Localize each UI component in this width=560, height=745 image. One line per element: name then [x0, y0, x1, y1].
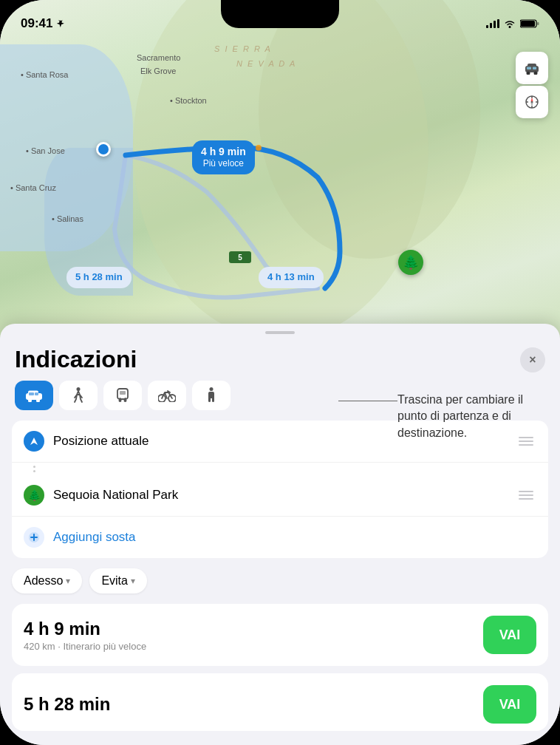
origin-icon	[24, 431, 44, 452]
svg-rect-1	[486, 25, 488, 28]
svg-text:5: 5	[238, 254, 242, 262]
map-label-santacruz: • Santa Cruz	[10, 183, 56, 192]
drive-mode-button[interactable]	[516, 52, 548, 84]
map-label-sanjose: • San Jose	[26, 146, 65, 155]
svg-marker-0	[57, 20, 64, 27]
sheet-header: Indicazioni ×	[0, 334, 560, 381]
route-time-2: 5 h 28 min	[24, 694, 483, 715]
add-stop-icon	[24, 527, 44, 548]
destination-text: Sequoia National Park	[53, 488, 516, 503]
svg-rect-33	[29, 392, 34, 395]
fastest-time: 4 h 9 min	[201, 145, 246, 158]
map-label-nevada: N E V A D A	[236, 59, 296, 68]
map-controls	[516, 52, 548, 118]
route-details-1: 420 km · Itinerario più veloce	[24, 641, 483, 652]
transit-icon	[115, 387, 130, 404]
notch	[221, 0, 339, 28]
svg-point-39	[124, 399, 127, 402]
origin-marker	[96, 142, 111, 157]
svg-rect-19	[527, 67, 531, 70]
go-button-2[interactable]: VAI	[483, 685, 536, 724]
avoid-option-label: Evita	[101, 574, 128, 588]
map-label-elkgrove: Elk Grove	[140, 67, 176, 75]
map-label-santarosa: • Santa Rosa	[21, 70, 68, 79]
svg-point-5	[509, 26, 511, 28]
svg-marker-48	[30, 438, 38, 445]
svg-rect-47	[212, 396, 214, 402]
callout-annotation: Trascina per cambiare il punto di parten…	[397, 392, 545, 441]
route-time-1: 4 h 9 min	[24, 619, 483, 639]
route-card-2: 5 h 28 min VAI	[12, 673, 548, 731]
map-label-salinas: • Salinas	[52, 214, 83, 223]
map-label-stockton: • Stockton	[170, 96, 207, 105]
transport-person[interactable]	[192, 381, 231, 410]
map-background: 5 • Santa Rosa Sacramento Elk Grove • St…	[0, 0, 560, 362]
walk-icon	[72, 387, 85, 404]
route-svg: 5	[0, 0, 560, 362]
waypoint-destination: 🌲 Sequoia National Park	[12, 474, 548, 517]
status-icons	[486, 19, 539, 28]
transport-transit[interactable]	[103, 381, 142, 410]
avoid-option[interactable]: Evita ▾	[89, 568, 147, 593]
svg-rect-46	[208, 396, 211, 402]
time-option[interactable]: Adesso ▾	[12, 568, 82, 593]
bottom-sheet: Indicazioni ×	[0, 324, 560, 745]
person-icon	[205, 387, 217, 404]
connector-dot-1	[33, 466, 35, 468]
route-info-1: 4 h 9 min 420 km · Itinerario più veloce	[24, 619, 483, 652]
route-bubble-fastest[interactable]: 4 h 9 min Più veloce	[192, 140, 255, 174]
transport-car[interactable]	[15, 381, 53, 410]
location-button[interactable]	[516, 86, 548, 118]
svg-rect-16	[527, 64, 536, 67]
connector-dot-2	[33, 470, 35, 472]
svg-point-44	[210, 387, 214, 391]
alt1-time: 5 h 28 min	[75, 271, 123, 282]
destination-marker: 🌲	[398, 250, 423, 275]
time-label: 09:41	[21, 16, 52, 31]
fastest-label: Più veloce	[201, 158, 246, 170]
map-label-sierra: S I E R R A	[214, 44, 272, 53]
car-icon	[524, 61, 540, 75]
bike-icon	[158, 389, 176, 402]
svg-rect-7	[537, 22, 539, 25]
svg-rect-37	[120, 391, 126, 395]
svg-rect-20	[533, 67, 536, 70]
svg-marker-27	[531, 98, 533, 102]
signal-icon	[486, 19, 499, 28]
location-arrow-icon	[29, 436, 39, 446]
close-button[interactable]: ×	[520, 347, 545, 372]
svg-rect-3	[494, 21, 496, 28]
svg-point-14	[256, 145, 262, 151]
add-stop-text[interactable]: Aggiungi sosta	[53, 530, 536, 545]
svg-rect-34	[35, 392, 38, 395]
transport-walk[interactable]	[59, 381, 98, 410]
battery-icon	[520, 19, 539, 28]
svg-rect-2	[490, 23, 492, 28]
map-area[interactable]: 5 • Santa Rosa Sacramento Elk Grove • St…	[0, 0, 560, 362]
time-option-label: Adesso	[24, 574, 63, 588]
chevron-down-icon-2: ▾	[131, 576, 135, 586]
options-row: Adesso ▾ Evita ▾	[0, 558, 560, 604]
compass-icon	[525, 95, 539, 109]
route-bubble-alt2[interactable]: 4 h 13 min	[259, 267, 324, 288]
route-card-1: 4 h 9 min 420 km · Itinerario più veloce…	[12, 604, 548, 666]
transport-bike[interactable]	[148, 381, 186, 410]
location-icon	[55, 18, 66, 29]
status-time: 09:41	[21, 16, 66, 31]
map-label-sacramento: Sacramento	[137, 53, 180, 62]
callout-text: Trascina per cambiare il punto di parten…	[397, 392, 545, 441]
waypoint-add-stop[interactable]: Aggiungi sosta	[12, 517, 548, 558]
chevron-down-icon: ▾	[66, 576, 70, 586]
sheet-title: Indicazioni	[15, 346, 137, 373]
route-cards: 4 h 9 min 420 km · Itinerario più veloce…	[0, 604, 560, 731]
route-info-2: 5 h 28 min	[24, 694, 483, 715]
car-transport-icon	[25, 389, 43, 402]
destination-icon: 🌲	[24, 485, 44, 506]
callout-line	[338, 401, 397, 401]
destination-drag-handle[interactable]	[516, 488, 536, 503]
svg-point-38	[119, 399, 122, 402]
route-bubble-alt1[interactable]: 5 h 28 min	[66, 267, 132, 288]
go-button-1[interactable]: VAI	[483, 616, 536, 654]
phone-frame: 09:41	[0, 0, 560, 745]
svg-rect-4	[497, 19, 499, 28]
